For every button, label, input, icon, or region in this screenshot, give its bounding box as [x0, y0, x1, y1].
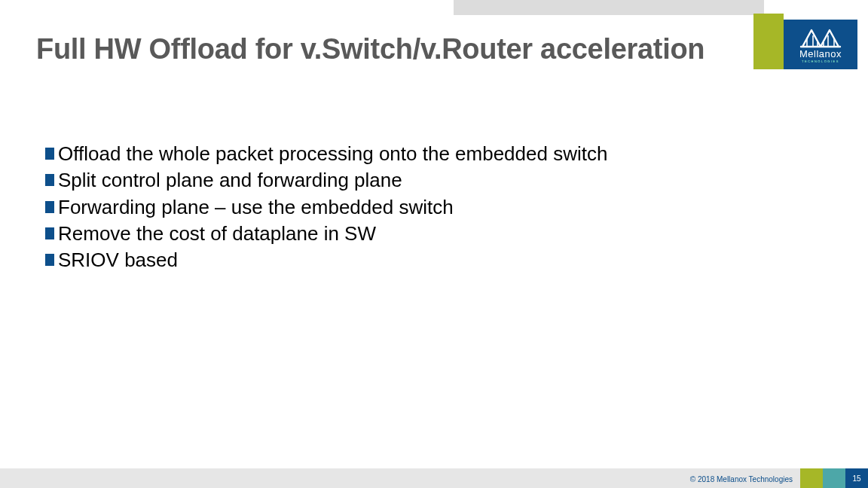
bullet-icon	[45, 227, 54, 239]
footer-accent-teal	[823, 468, 845, 488]
list-item: Offload the whole packet processing onto…	[45, 142, 838, 166]
logo-brand-name: Mellanox	[799, 48, 842, 59]
bullet-label: SRIOV based	[58, 248, 178, 273]
bullet-label: Remove the cost of dataplane in SW	[58, 221, 376, 246]
list-item: Forwarding plane – use the embedded swit…	[45, 195, 838, 220]
list-item: SRIOV based	[45, 248, 838, 273]
bullet-icon	[45, 254, 54, 266]
footer-accent-olive	[800, 468, 823, 488]
bullet-icon	[45, 201, 54, 213]
bullet-icon	[45, 148, 54, 160]
bridge-icon	[799, 26, 842, 50]
footer-accent-blue: 15	[845, 468, 868, 488]
copyright-text: © 2018 Mellanox Technologies	[690, 475, 793, 483]
slide-title: Full HW Offload for v.Switch/v.Router ac…	[36, 33, 704, 66]
page-number: 15	[852, 474, 860, 483]
logo-brand-subtext: TECHNOLOGIES	[802, 59, 839, 63]
bullet-label: Forwarding plane – use the embedded swit…	[58, 195, 454, 220]
list-item: Split control plane and forwarding plane	[45, 168, 838, 193]
header-accent-olive	[753, 14, 784, 69]
bullet-label: Split control plane and forwarding plane	[58, 168, 402, 193]
header-accent-gray	[454, 0, 764, 15]
slide-body: Offload the whole packet processing onto…	[45, 142, 838, 274]
bullet-icon	[45, 174, 54, 186]
list-item: Remove the cost of dataplane in SW	[45, 221, 838, 246]
bullet-label: Offload the whole packet processing onto…	[58, 142, 607, 166]
company-logo: Mellanox TECHNOLOGIES	[784, 20, 857, 69]
